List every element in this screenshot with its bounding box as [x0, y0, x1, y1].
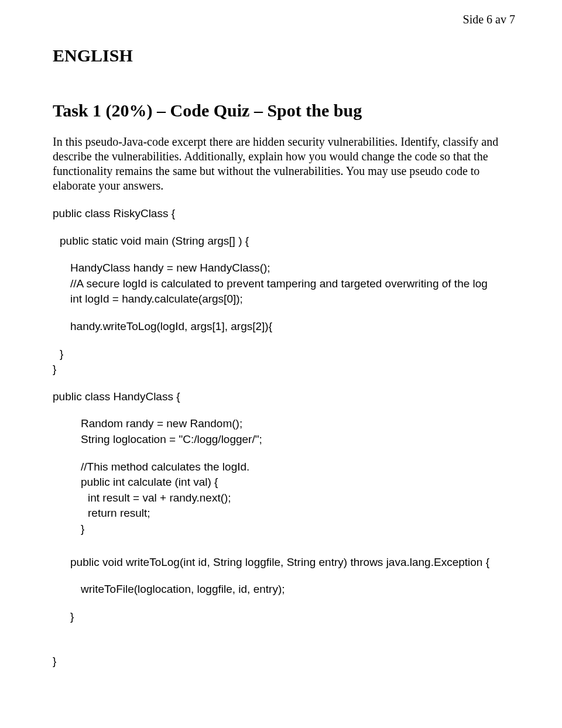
code-line: int logId = handy.calculate(args[0]);: [70, 291, 515, 307]
code-line: return result;: [88, 506, 515, 521]
code-line: writeToFile(loglocation, loggfile, id, e…: [81, 582, 515, 597]
code-line: int result = val + randy.next();: [88, 490, 515, 506]
code-line: //This method calculates the logId.: [81, 459, 515, 475]
code-line: String loglocation = "C:/logg/logger/";: [81, 432, 515, 448]
code-line: }: [53, 362, 515, 377]
code-line: }: [81, 521, 515, 537]
code-line: }: [70, 609, 515, 625]
code-line: }: [53, 654, 515, 669]
code-line: public static void main (String args[] )…: [60, 233, 515, 249]
page-number: Side 6 av 7: [463, 13, 515, 26]
page: Side 6 av 7 ENGLISH Task 1 (20%) – Code …: [0, 0, 562, 728]
code-line: handy.writeToLog(logId, args[1], args[2]…: [70, 319, 515, 335]
code-line: }: [60, 346, 515, 362]
code-line: HandyClass handy = new HandyClass();: [70, 260, 515, 276]
code-line: public class RiskyClass {: [53, 206, 515, 222]
code-line: Random randy = new Random();: [81, 416, 515, 432]
task-title: Task 1 (20%) – Code Quiz – Spot the bug: [53, 101, 515, 121]
task-paragraph: In this pseudo-Java-code excerpt there a…: [53, 135, 515, 193]
heading-english: ENGLISH: [53, 46, 515, 66]
code-block: public class RiskyClass { public static …: [53, 206, 515, 669]
code-line: public int calculate (int val) {: [81, 475, 515, 490]
code-line: //A secure logId is calculated to preven…: [70, 276, 515, 292]
code-line: public class HandyClass {: [53, 389, 515, 405]
code-line: public void writeToLog(int id, String lo…: [70, 555, 515, 571]
